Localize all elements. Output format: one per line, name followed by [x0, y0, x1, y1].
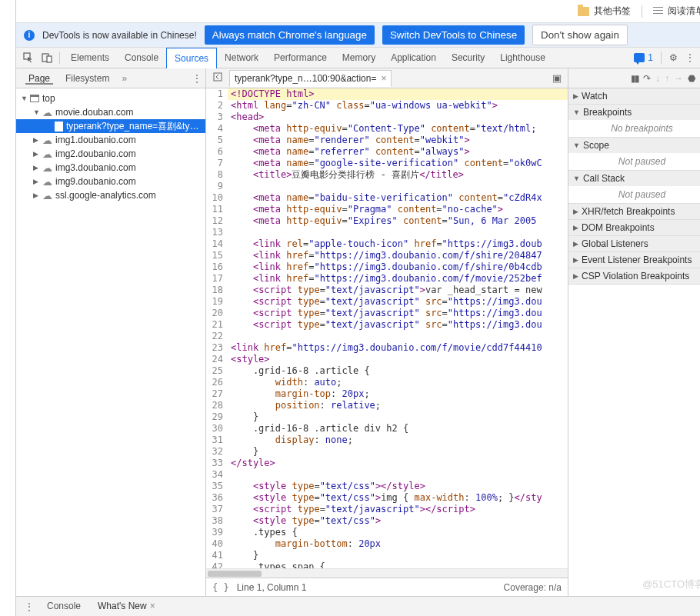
code-line[interactable]: 13 — [206, 227, 568, 238]
dont-show-button[interactable]: Don't show again — [532, 25, 628, 45]
tab-console[interactable]: Console — [117, 48, 166, 68]
debugger-section-header[interactable]: ▼Breakpoints — [568, 105, 700, 120]
debugger-section-header[interactable]: ▶Global Listeners — [568, 236, 700, 251]
code-line[interactable]: 38 <style type="text/css"> — [206, 515, 568, 527]
debugger-section-header[interactable]: ▶DOM Breakpoints — [568, 220, 700, 235]
device-toggle-icon[interactable] — [38, 52, 56, 63]
code-line[interactable]: 9 — [206, 181, 568, 192]
more-subtabs-icon[interactable]: » — [118, 73, 130, 84]
debugger-section-header[interactable]: ▶Event Listener Breakpoints — [568, 252, 700, 268]
code-line[interactable]: 11 <meta http-equiv="Pragma" content="no… — [206, 204, 568, 215]
code-line[interactable]: 32 } — [206, 446, 568, 458]
code-line[interactable]: 2<html lang="zh-CN" class="ua-windows ua… — [206, 100, 568, 112]
tree-top[interactable]: ▼top — [16, 92, 205, 105]
code-line[interactable]: 35 <style type="text/css"></style> — [206, 481, 568, 492]
subtab-filesystem[interactable]: Filesystem — [59, 73, 115, 84]
code-line[interactable]: 20 <script type="text/javascript" src="h… — [206, 308, 568, 319]
code-line[interactable]: 41 } — [206, 550, 568, 561]
step-out-icon[interactable]: ↑ — [665, 73, 669, 84]
tree-domain[interactable]: ▶☁img9.doubanio.com — [16, 175, 205, 188]
file-tab[interactable]: typerank?type_n…100:90&action= × — [229, 70, 392, 87]
code-line[interactable]: 4 <meta http-equiv="Content-Type" conten… — [206, 123, 568, 135]
debugger-section-header[interactable]: ▶XHR/fetch Breakpoints — [568, 204, 700, 219]
tree-domain[interactable]: ▶☁img3.doubanio.com — [16, 161, 205, 175]
code-line[interactable]: 7 <meta name="google-site-verification" … — [206, 158, 568, 169]
code-line[interactable]: 39 .types { — [206, 527, 568, 538]
pause-icon[interactable]: ▮▮ — [631, 73, 638, 84]
tab-network[interactable]: Network — [217, 48, 266, 68]
code-line[interactable]: 42 .types span { — [206, 561, 568, 568]
file-tree[interactable]: ▼top ▼☁movie.douban.com typerank?type_na… — [16, 88, 206, 596]
tree-domain[interactable]: ▶☁img1.doubanio.com — [16, 133, 205, 147]
hscrollbar[interactable] — [206, 568, 568, 578]
step-over-icon[interactable]: ↷ — [643, 73, 651, 84]
subtab-more-icon[interactable]: ⋮ — [188, 73, 205, 84]
switch-chinese-button[interactable]: Switch DevTools to Chinese — [382, 25, 525, 45]
tab-lighthouse[interactable]: Lighthouse — [492, 48, 553, 68]
settings-icon[interactable]: ⚙ — [665, 52, 682, 63]
code-body[interactable]: 1<!DOCTYPE html>2<html lang="zh-CN" clas… — [206, 88, 568, 568]
code-line[interactable]: 18 <script type="text/javascript">var _h… — [206, 285, 568, 296]
code-line[interactable]: 15 <link href="https://img3.doubanio.com… — [206, 250, 568, 261]
inspect-icon[interactable] — [19, 52, 38, 63]
code-line[interactable]: 28 position: relative; — [206, 400, 568, 411]
code-line[interactable]: 19 <script type="text/javascript" src="h… — [206, 296, 568, 308]
code-line[interactable]: 22 — [206, 331, 568, 342]
drawer-tab-console[interactable]: Console — [39, 597, 88, 616]
code-line[interactable]: 34 — [206, 469, 568, 481]
step-into-icon[interactable]: ↓ — [655, 73, 660, 84]
tab-performance[interactable]: Performance — [266, 48, 335, 68]
code-line[interactable]: 16 <link href="https://img3.doubanio.com… — [206, 261, 568, 273]
code-line[interactable]: 8 <title>豆瓣电影分类排行榜 - 喜剧片</title> — [206, 169, 568, 181]
code-line[interactable]: 17 <link href="https://img3.doubanio.com… — [206, 273, 568, 285]
code-line[interactable]: 3<head> — [206, 112, 568, 123]
close-file-tab-icon[interactable]: × — [381, 73, 386, 84]
code-line[interactable]: 23<link href="https://img3.doubanio.com/… — [206, 342, 568, 354]
code-line[interactable]: 5 <meta name="renderer" content="webkit"… — [206, 135, 568, 146]
code-line[interactable]: 6 <meta name="referrer" content="always"… — [206, 146, 568, 158]
code-line[interactable]: 40 margin-bottom: 20px — [206, 538, 568, 550]
code-line[interactable]: 29 } — [206, 411, 568, 423]
code-line[interactable]: 27 margin-top: 20px; — [206, 388, 568, 400]
code-line[interactable]: 30 .grid-16-8 .article div h2 { — [206, 423, 568, 435]
code-line[interactable]: 33</style> — [206, 458, 568, 469]
tree-file-selected[interactable]: typerank?type_name=喜剧&ty… — [16, 119, 205, 133]
messages-chip[interactable]: 1 — [629, 51, 658, 65]
always-match-button[interactable]: Always match Chrome's language — [205, 25, 375, 45]
debugger-section-header[interactable]: ▼Call Stack — [568, 171, 700, 186]
tab-memory[interactable]: Memory — [335, 48, 383, 68]
drawer-tab-whatsnew[interactable]: What's New× — [90, 597, 163, 616]
tab-elements[interactable]: Elements — [63, 48, 117, 68]
code-line[interactable]: 36 <style type="text/css">img { max-widt… — [206, 492, 568, 504]
deactivate-bp-icon[interactable]: ⬣ — [688, 73, 695, 84]
code-line[interactable]: 26 width: auto; — [206, 377, 568, 388]
tab-application[interactable]: Application — [383, 48, 444, 68]
bookmark-reading-list[interactable]: 阅读清单 — [653, 5, 700, 18]
tree-domain[interactable]: ▶☁img2.doubanio.com — [16, 147, 205, 161]
close-whatsnew-icon[interactable]: × — [150, 601, 155, 611]
code-line[interactable]: 25 .grid-16-8 .article { — [206, 365, 568, 377]
code-line[interactable]: 31 display: none; — [206, 435, 568, 446]
tree-domain[interactable]: ▶☁ssl.google-analytics.com — [16, 188, 205, 202]
tree-domain[interactable]: ▼☁movie.douban.com — [16, 105, 205, 119]
tab-sources[interactable]: Sources — [166, 48, 217, 69]
debugger-section-header[interactable]: ▶CSP Violation Breakpoints — [568, 268, 700, 284]
drawer-more-icon[interactable]: ⋮ — [21, 601, 38, 612]
code-line[interactable]: 12 <meta http-equiv="Expires" content="S… — [206, 215, 568, 227]
toggle-navigator-icon[interactable]: ▣ — [546, 72, 568, 84]
code-line[interactable]: 24<style> — [206, 354, 568, 365]
code-line[interactable]: 14 <link rel="apple-touch-icon" href="ht… — [206, 238, 568, 250]
tab-security[interactable]: Security — [444, 48, 492, 68]
debugger-section-header[interactable]: ▼Scope — [568, 138, 700, 153]
code-line[interactable]: 21 <script type="text/javascript" src="h… — [206, 319, 568, 331]
step-icon[interactable]: → — [674, 73, 683, 84]
code-line[interactable]: 10 <meta name="baidu-site-verification" … — [206, 192, 568, 204]
bookmark-other[interactable]: 其他书签 — [578, 5, 631, 18]
code-line[interactable]: 1<!DOCTYPE html> — [206, 88, 568, 100]
code-line[interactable]: 37 <script type="text/javascript"></scri… — [206, 504, 568, 515]
debugger-section-header[interactable]: ▶Watch — [568, 88, 700, 104]
more-icon[interactable]: ⋮ — [682, 52, 698, 63]
nav-back-icon[interactable] — [211, 72, 225, 84]
pretty-print-icon[interactable]: { } — [212, 582, 229, 593]
subtab-page[interactable]: Page — [22, 73, 56, 84]
